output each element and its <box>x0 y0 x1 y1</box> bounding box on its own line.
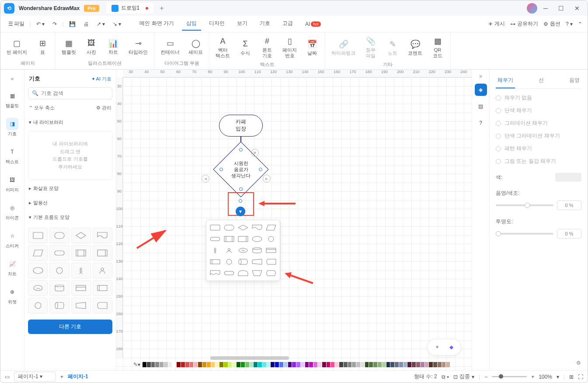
shape-diamond[interactable] <box>71 228 91 243</box>
shape-circle[interactable] <box>49 263 69 278</box>
color-swatch[interactable] <box>194 362 198 367</box>
canvas-content[interactable]: 카페 입장 시원한 음료가 생각난다 ◂ ▸ ▾ ▾ <box>123 77 472 370</box>
right-rail-collapse[interactable]: » <box>479 73 482 79</box>
library-drop-zone[interactable]: 내 라이브러리에 드래그 앤 드롭으로 기호를 추가하세요 <box>28 131 112 180</box>
ribbon-container[interactable]: ▭컨테이너 <box>158 34 182 59</box>
popup-shape[interactable] <box>265 257 277 267</box>
color-swatch[interactable] <box>228 362 232 367</box>
color-swatch[interactable] <box>211 362 215 367</box>
color-swatch[interactable] <box>438 362 442 367</box>
ai-symbols-button[interactable]: ✦ AI 기호 <box>91 76 111 82</box>
ribbon-shape[interactable]: ◯셰이프 <box>186 34 205 59</box>
popup-shape[interactable] <box>237 257 249 267</box>
publish-button[interactable]: ✈ 게시 <box>488 20 505 28</box>
color-swatch[interactable] <box>232 362 236 367</box>
color-swatch[interactable] <box>258 362 262 367</box>
selection-handle[interactable] <box>239 187 243 191</box>
color-swatch[interactable] <box>215 362 219 367</box>
rail-image[interactable]: 🖼이미지 <box>0 170 24 197</box>
search-input[interactable] <box>41 90 108 96</box>
color-swatch[interactable] <box>309 362 313 367</box>
speech-section[interactable]: ▸ 말풍선 <box>28 197 112 209</box>
color-swatch[interactable] <box>395 362 399 367</box>
opacity-value[interactable]: 0 % <box>557 229 581 239</box>
ribbon-formula[interactable]: Σ수식 <box>236 34 254 60</box>
popup-shape[interactable] <box>209 268 221 278</box>
export-button[interactable]: ↗ ▾ <box>94 19 108 29</box>
fill-option-gradient[interactable]: 그라데이션 채우기 <box>496 119 581 127</box>
color-swatch[interactable] <box>271 362 275 367</box>
color-swatch[interactable] <box>143 362 146 367</box>
shape-predefined[interactable] <box>71 245 91 261</box>
user-avatar[interactable] <box>527 3 537 14</box>
popup-shape[interactable] <box>265 268 277 278</box>
shape-rounded[interactable] <box>49 228 69 243</box>
hamburger-menu-button[interactable]: ☰ 파일 <box>6 18 27 29</box>
page-selector[interactable]: 페이지-1 ▾ <box>14 372 56 382</box>
ribbon-table[interactable]: ⊞표 <box>33 34 52 59</box>
tab-home[interactable]: 메인 화면 가기 <box>135 17 178 31</box>
direction-arrow-up[interactable]: ▾ <box>251 149 259 157</box>
fill-option-solid-gradient[interactable]: 단색 그라데이션 채우기 <box>496 132 581 140</box>
color-swatch[interactable] <box>198 362 202 367</box>
flowchart-start-shape[interactable]: 카페 입장 <box>219 115 263 137</box>
color-swatch[interactable] <box>555 173 581 182</box>
popup-shape[interactable] <box>251 268 263 278</box>
color-swatch[interactable] <box>241 362 245 367</box>
color-swatch[interactable] <box>164 362 168 367</box>
new-tab-button[interactable]: + <box>155 3 168 14</box>
popup-shape[interactable] <box>223 246 235 255</box>
color-swatch[interactable] <box>181 362 185 367</box>
color-swatch[interactable] <box>433 362 437 367</box>
color-swatch[interactable] <box>404 362 407 367</box>
current-page-name[interactable]: 페이지-1 <box>68 373 88 380</box>
color-swatch[interactable] <box>250 362 254 367</box>
color-swatch[interactable] <box>245 362 249 367</box>
popup-shape[interactable] <box>265 246 277 255</box>
shape-cylinder2[interactable] <box>49 298 69 313</box>
ribbon-vector-text[interactable]: A벡터 텍스트 <box>213 34 233 60</box>
undo-button[interactable]: ↶ ▾ <box>34 19 47 29</box>
popup-shape[interactable] <box>209 223 221 232</box>
color-swatch[interactable] <box>446 362 450 367</box>
shape-cylinder[interactable] <box>49 280 69 296</box>
fill-option-solid[interactable]: 단색 채우기 <box>496 107 581 114</box>
color-swatch[interactable] <box>147 362 151 367</box>
shade-value[interactable]: 0 % <box>557 200 581 210</box>
color-swatch[interactable] <box>390 362 394 367</box>
help-button[interactable]: ? ▾ <box>566 21 573 27</box>
color-swatch[interactable] <box>352 362 356 367</box>
zoom-in-button[interactable]: + <box>531 374 534 380</box>
rail-symbol[interactable]: ◨기호 <box>0 114 24 141</box>
eyedropper-icon[interactable]: ✎▾ <box>132 362 142 368</box>
color-swatch[interactable] <box>412 362 416 367</box>
sparkle-button[interactable]: ✦ <box>432 342 442 352</box>
color-swatch[interactable] <box>267 362 271 367</box>
tab-symbol[interactable]: 기호 <box>255 17 275 31</box>
popup-shape[interactable] <box>209 257 221 267</box>
add-page-button[interactable]: + <box>60 374 63 380</box>
right-rail-fill[interactable]: ◈ <box>475 84 487 96</box>
rail-widget[interactable]: ⊕위젯 <box>0 282 24 309</box>
color-swatch[interactable] <box>331 362 334 367</box>
canvas-horizontal-scrollbar[interactable] <box>210 356 289 360</box>
color-swatch[interactable] <box>219 362 223 367</box>
ribbon-photo[interactable]: 🖼사진 <box>82 34 101 59</box>
color-swatch[interactable] <box>322 362 326 367</box>
rail-text[interactable]: T텍스트 <box>0 142 24 169</box>
ribbon-font-symbol[interactable]: #폰트 기호 <box>258 34 276 60</box>
color-swatch[interactable] <box>382 362 386 367</box>
popup-shape[interactable] <box>237 223 249 232</box>
color-swatch[interactable] <box>207 362 211 367</box>
import-button[interactable]: ↘ ▾ <box>110 19 124 29</box>
color-swatch[interactable] <box>429 362 433 367</box>
color-swatch[interactable] <box>378 362 382 367</box>
fill-option-none[interactable]: 채우기 없음 <box>496 94 581 102</box>
manage-button[interactable]: ⚙ 관리 <box>96 105 111 111</box>
basic-flow-section[interactable]: ▾ 기본 흐름도 모양 <box>28 211 112 223</box>
popup-shape[interactable] <box>237 268 249 278</box>
color-swatch[interactable] <box>425 362 429 367</box>
collapse-all-button[interactable]: ⌃ 모두 축소 <box>29 105 55 111</box>
color-swatch[interactable] <box>335 362 339 367</box>
shape-yes[interactable]: Yes <box>28 280 48 296</box>
